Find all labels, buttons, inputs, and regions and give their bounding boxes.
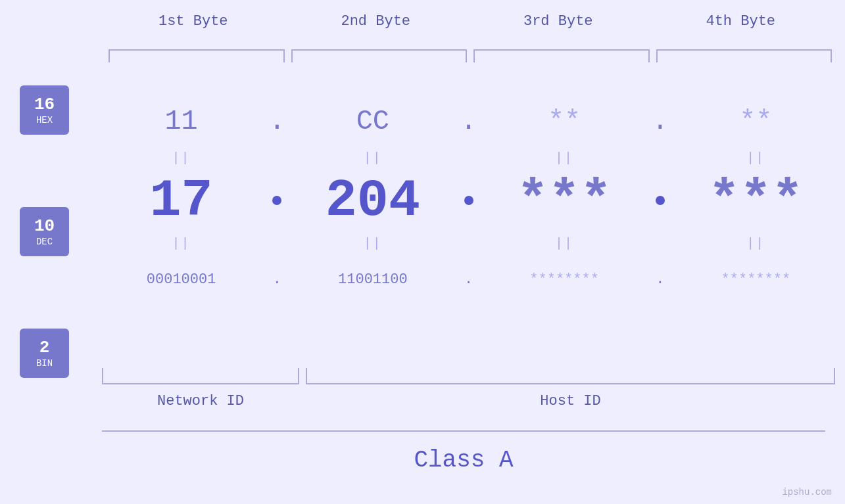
byte2-header: 2nd Byte [285, 13, 468, 30]
hex-dot3-cell: . [644, 106, 677, 137]
hex-b2-cell: CC [293, 106, 452, 137]
hex-label: HEX [36, 115, 53, 126]
hex-b3-cell: ** [485, 106, 644, 137]
eq2-b1: || [102, 236, 260, 251]
dec-dot1-cell [260, 196, 293, 205]
dec-dot3 [656, 196, 665, 205]
top-bracket [105, 49, 835, 62]
hex-b3-value: ** [548, 106, 581, 137]
eq2-b2-icon: || [364, 236, 382, 251]
bin-b4-value: ******** [721, 271, 791, 288]
bin-label: BIN [36, 358, 53, 369]
main-container: 1st Byte 2nd Byte 3rd Byte 4th Byte 16 H… [0, 0, 845, 504]
bin-dot1: . [273, 271, 281, 288]
class-line [102, 430, 825, 432]
bin-dot2-cell: . [452, 271, 485, 288]
dec-b3-cell: *** [485, 171, 644, 231]
eq1-b2-icon: || [364, 150, 382, 166]
network-bracket [102, 368, 299, 384]
bin-num: 2 [39, 338, 50, 358]
hex-dot2-cell: . [452, 106, 485, 137]
dec-badge: 10 DEC [20, 207, 69, 256]
content-area: 11 . CC . ** . ** || [102, 76, 835, 306]
id-labels: Network ID Host ID [102, 388, 835, 409]
hex-b1-cell: 11 [102, 106, 260, 137]
hex-b4-value: ** [739, 106, 772, 137]
hex-dot1: . [269, 106, 285, 137]
bottom-bracket-area [102, 368, 835, 384]
eq2-b3-icon: || [555, 236, 573, 251]
bin-b2-value: 11001100 [338, 271, 408, 288]
eq2-b2: || [293, 236, 452, 251]
eq1-b1: || [102, 150, 260, 166]
bracket-b3 [473, 49, 650, 62]
host-id-label: Host ID [306, 388, 835, 409]
dec-dot1 [272, 196, 281, 205]
equals-row-1: || || || || [102, 148, 835, 168]
eq1-b1-icon: || [172, 150, 191, 166]
byte4-header: 4th Byte [650, 13, 833, 30]
hex-b1-value: 11 [164, 106, 197, 137]
class-a-label: Class A [102, 447, 825, 474]
eq1-b3: || [485, 150, 644, 166]
bin-b1-cell: 00010001 [102, 271, 260, 288]
network-id-label: Network ID [102, 388, 299, 409]
dec-b2-cell: 204 [293, 171, 452, 231]
bin-b2-cell: 11001100 [293, 271, 452, 288]
watermark: ipshu.com [782, 487, 832, 497]
dec-b2-value: 204 [326, 171, 420, 231]
hex-dot1-cell: . [260, 106, 293, 137]
bin-row: 00010001 . 11001100 . ******** . *******… [102, 253, 835, 306]
bin-dot3: . [656, 271, 664, 288]
eq1-b4-icon: || [746, 150, 765, 166]
eq1-b4: || [677, 150, 835, 166]
bracket-b1 [109, 49, 285, 62]
eq2-b1-icon: || [172, 236, 191, 251]
bin-b3-cell: ******** [485, 271, 644, 288]
dec-dot2-cell [452, 196, 485, 205]
bin-b1-value: 00010001 [147, 271, 216, 288]
dec-num: 10 [34, 216, 55, 237]
eq2-b4: || [677, 236, 835, 251]
bracket-b2 [291, 49, 468, 62]
eq1-b2: || [293, 150, 452, 166]
dec-b4-value: *** [708, 171, 803, 231]
byte-headers: 1st Byte 2nd Byte 3rd Byte 4th Byte [102, 13, 832, 30]
hex-dot3: . [652, 106, 668, 137]
bin-b3-value: ******** [529, 271, 599, 288]
hex-num: 16 [34, 95, 55, 115]
dec-b1-value: 17 [150, 171, 213, 231]
byte1-header: 1st Byte [102, 13, 285, 30]
dec-label: DEC [36, 237, 53, 247]
host-bracket [306, 368, 835, 384]
hex-b2-value: CC [356, 106, 389, 137]
dec-b1-cell: 17 [102, 171, 260, 231]
hex-badge: 16 HEX [20, 85, 69, 135]
dec-b3-value: *** [517, 171, 612, 231]
dec-dot3-cell [644, 196, 677, 205]
hex-b4-cell: ** [677, 106, 835, 137]
eq2-b4-icon: || [746, 236, 765, 251]
dec-b4-cell: *** [677, 171, 835, 231]
byte3-header: 3rd Byte [467, 13, 650, 30]
bin-dot1-cell: . [260, 271, 293, 288]
dec-dot2 [464, 196, 473, 205]
equals-row-2: || || || || [102, 233, 835, 253]
bracket-b4 [656, 49, 833, 62]
bin-dot3-cell: . [644, 271, 677, 288]
eq2-b3: || [485, 236, 644, 251]
base-labels: 16 HEX 10 DEC 2 BIN [20, 85, 69, 378]
hex-row: 11 . CC . ** . ** [102, 95, 835, 148]
hex-dot2: . [460, 106, 477, 137]
eq1-b3-icon: || [555, 150, 573, 166]
dec-row: 17 204 *** *** [102, 168, 835, 233]
bin-badge: 2 BIN [20, 329, 69, 378]
bin-b4-cell: ******** [677, 271, 835, 288]
bin-dot2: . [464, 271, 473, 288]
